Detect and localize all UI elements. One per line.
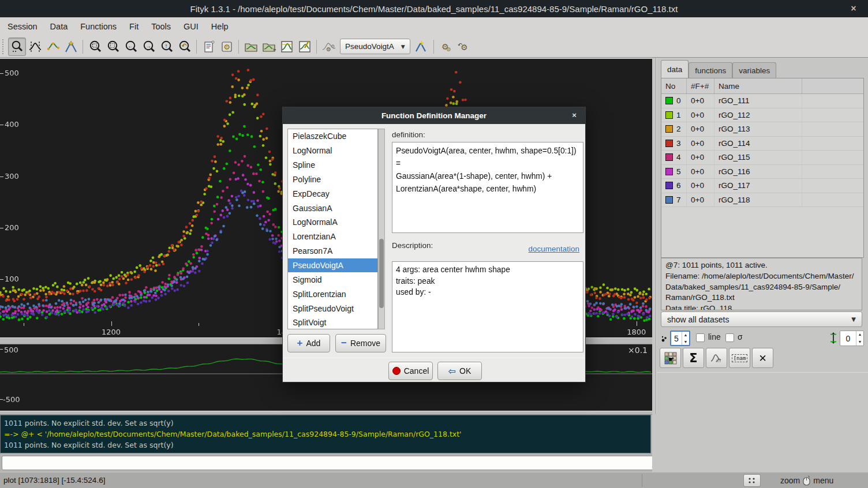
undo-fit-button[interactable]: ⚙↶: [455, 37, 473, 56]
table-row[interactable]: 60+0rGO_117: [661, 179, 863, 193]
add-peak-mode-button[interactable]: [62, 37, 80, 56]
function-list-item[interactable]: SplitVoigt: [288, 316, 377, 329]
dataset-color-swatch[interactable]: [665, 97, 673, 104]
function-list[interactable]: PielaszekCubeLogNormalSplinePolylineExpD…: [287, 129, 378, 329]
table-row[interactable]: 70+0rGO_118: [661, 193, 863, 208]
zoom-vertical-button[interactable]: ↑: [158, 37, 175, 56]
point-size-icon: [661, 335, 668, 343]
definition-textarea[interactable]: PseudoVoigtA(area, center, hwhm, shape=0…: [392, 142, 583, 233]
column-header[interactable]: No: [661, 78, 687, 93]
table-row[interactable]: 50+0rGO_116: [661, 165, 863, 179]
remove-button[interactable]: − Remove: [335, 334, 386, 352]
dataset-color-swatch[interactable]: [665, 182, 673, 189]
edit-init-button[interactable]: ⚙: [218, 37, 235, 56]
menu-tools[interactable]: Tools: [145, 17, 177, 36]
datasets-view-select[interactable]: show all datasets ▼: [661, 311, 862, 327]
output-console[interactable]: 1011 points. No explicit std. dev. Set a…: [0, 415, 651, 453]
table-row[interactable]: 00+0rGO_111: [661, 94, 863, 108]
open-script-button[interactable]: ✂: [260, 37, 278, 56]
dataset-color-swatch[interactable]: [665, 168, 673, 175]
table-row[interactable]: 10+0rGO_112: [661, 108, 863, 123]
function-type-select[interactable]: PseudoVoigtA ▼: [340, 39, 410, 54]
function-list-item[interactable]: Sigmoid: [288, 272, 377, 287]
zoom-undo-button[interactable]: ↶: [175, 37, 193, 56]
data-transform-button[interactable]: ⚙⚙: [320, 37, 338, 56]
script-log-button[interactable]: [200, 37, 218, 56]
sigma-checkbox[interactable]: [725, 333, 734, 342]
ok-button[interactable]: ⇦ OK: [437, 362, 482, 380]
function-list-item[interactable]: Pearson7A: [288, 244, 377, 258]
documentation-link[interactable]: documentation: [528, 245, 579, 253]
table-row[interactable]: 40+0rGO_115: [661, 151, 863, 165]
column-header[interactable]: Name: [714, 78, 802, 93]
column-header[interactable]: #F+#: [687, 78, 714, 93]
function-list-item[interactable]: Spline: [288, 158, 377, 172]
delete-button[interactable]: ✕: [752, 348, 773, 368]
name-box-button[interactable]: [nam: [729, 348, 750, 368]
function-list-item[interactable]: ExpDecay: [288, 186, 377, 201]
toolbar-grip[interactable]: [2, 39, 6, 54]
tab-data[interactable]: data: [661, 60, 689, 78]
dataset-color-swatch[interactable]: [665, 111, 673, 119]
dataset-color-swatch[interactable]: [665, 125, 673, 133]
menu-data[interactable]: Data: [44, 17, 74, 36]
toolbar-separator: [83, 40, 83, 54]
function-list-item[interactable]: SplitPseudoVoigt: [288, 301, 377, 316]
shift-stepper[interactable]: 0 ▲▼: [840, 331, 864, 346]
add-button[interactable]: + Add: [287, 334, 330, 352]
function-list-item[interactable]: Polyline: [288, 172, 377, 187]
y-tick: [0, 279, 3, 280]
dialog-titlebar[interactable]: Function Definition Manager ×: [283, 107, 585, 124]
export-button[interactable]: [295, 37, 313, 56]
console-command-line: =-> @+ < '/home/aleplo/test/Documents/Ch…: [4, 429, 647, 440]
line-checkbox[interactable]: [696, 333, 705, 342]
dataset-color-swatch[interactable]: [665, 140, 673, 147]
minus-icon: −: [341, 337, 347, 349]
table-row[interactable]: 30+0rGO_114: [661, 137, 863, 151]
function-list-scrollbar[interactable]: [378, 129, 385, 329]
function-list-item[interactable]: PseudoVoigtA: [288, 258, 377, 273]
menu-gui[interactable]: GUI: [177, 17, 205, 36]
function-list-item[interactable]: PielaszekCube: [288, 129, 377, 144]
plot-splitter[interactable]: [0, 411, 652, 415]
zoom-box-button[interactable]: [104, 37, 122, 56]
open-data-button[interactable]: [242, 37, 260, 56]
dataset-color-swatch[interactable]: [665, 153, 673, 161]
run-fit-button[interactable]: ⚙⚙: [437, 37, 455, 56]
menu-session[interactable]: Session: [1, 17, 44, 36]
save-session-button[interactable]: [278, 37, 295, 56]
baseline-mode-button[interactable]: [44, 37, 62, 56]
sigma-checkbox-label: σ: [738, 332, 743, 341]
function-list-item[interactable]: GaussianA: [288, 201, 377, 215]
mouse-config-button[interactable]: [743, 474, 761, 487]
stepper-arrows[interactable]: ▲▼: [682, 332, 689, 345]
zoom-left-button[interactable]: ←: [122, 37, 140, 56]
stepper-arrows[interactable]: ▲▼: [856, 331, 863, 346]
function-list-item[interactable]: SplitLorentzian: [288, 287, 377, 301]
function-list-item[interactable]: LorentzianA: [288, 230, 377, 244]
data-range-mode-button[interactable]: [26, 37, 44, 56]
apply-function-button[interactable]: ✍: [706, 348, 727, 368]
tab-functions[interactable]: functions: [689, 62, 732, 78]
sum-button[interactable]: Σ: [683, 348, 704, 368]
dataset-colors-button[interactable]: ☛: [660, 348, 681, 368]
zoom-all-button[interactable]: [86, 37, 104, 56]
tab-variables[interactable]: variables: [732, 62, 776, 78]
zoom-mode-button[interactable]: [8, 37, 26, 56]
cancel-button[interactable]: Cancel: [388, 362, 433, 380]
zoom-right-button[interactable]: →: [140, 37, 158, 56]
point-size-stepper[interactable]: 5 ▲▼: [670, 331, 690, 346]
window-close-icon[interactable]: ×: [847, 2, 860, 15]
add-function-button[interactable]: +: [413, 37, 431, 56]
function-list-item[interactable]: LogNormalA: [288, 215, 377, 230]
table-row[interactable]: 20+0rGO_113: [661, 122, 863, 137]
scrollbar-thumb[interactable]: [379, 239, 384, 308]
sidebar-splitter[interactable]: [656, 58, 657, 414]
menu-fit[interactable]: Fit: [123, 17, 145, 36]
function-list-item[interactable]: LogNormal: [288, 144, 377, 158]
command-input[interactable]: [2, 456, 661, 470]
menu-help[interactable]: Help: [205, 17, 235, 36]
dataset-color-swatch[interactable]: [665, 196, 673, 204]
menu-functions[interactable]: Functions: [74, 17, 123, 36]
dialog-close-icon[interactable]: ×: [569, 110, 579, 121]
